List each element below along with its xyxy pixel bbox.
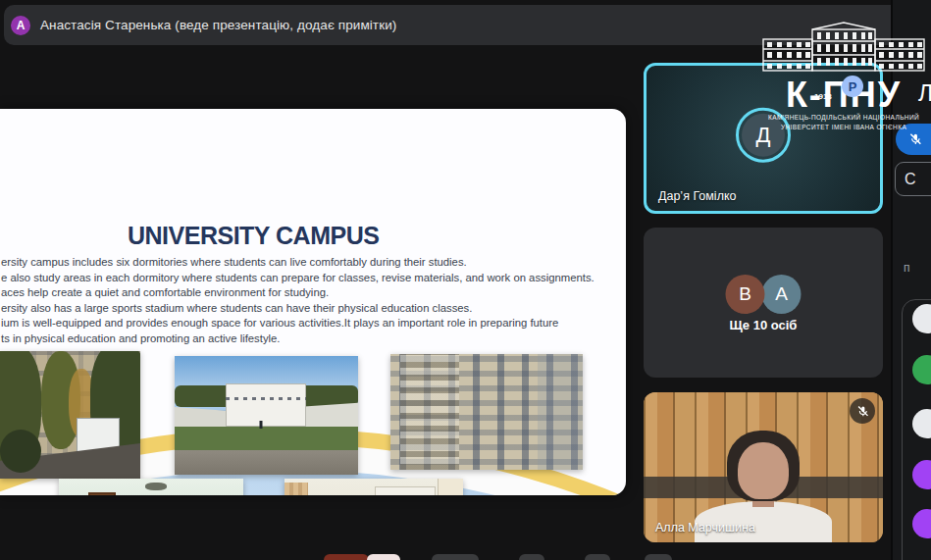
more-participants-tile[interactable]: В А Ще 10 осіб xyxy=(644,228,883,378)
participant-avatar: А xyxy=(762,275,802,314)
slide-body-line: ersity campus includes six dormitories w… xyxy=(1,255,595,271)
control-button-sliver[interactable] xyxy=(367,554,400,560)
side-panel-title: Л xyxy=(918,80,931,107)
control-button-sliver[interactable] xyxy=(432,554,479,560)
campus-building-photo xyxy=(0,351,140,479)
kitchen-photo xyxy=(284,479,463,495)
slide-title: UNIVERSITY CAMPUS xyxy=(128,222,324,250)
control-button-sliver[interactable] xyxy=(585,554,610,560)
slide-body-line: aces help create a quiet and comfortable… xyxy=(1,285,595,301)
panel-search-text: С xyxy=(905,171,916,188)
speaking-ring: Д xyxy=(736,108,791,163)
slide-body-line: ium is well-equipped and provides enough… xyxy=(1,316,595,331)
slide-body-text: ersity campus includes six dormitories w… xyxy=(1,255,595,347)
control-button-sliver[interactable] xyxy=(519,554,544,560)
participant-avatar: В xyxy=(726,275,765,314)
presenter-banner-text: Анастасія Старенька (веде презентацію, д… xyxy=(40,18,396,32)
participant-name: Дар’я Гомілко xyxy=(658,189,737,203)
slide-body-line: ersity also has a large sports stadium w… xyxy=(1,301,595,317)
stadium-photo xyxy=(175,356,358,475)
dormitory-photo xyxy=(390,354,583,470)
presenter-avatar: А xyxy=(11,16,30,35)
slide-body-line: e also study areas in each dormitory whe… xyxy=(1,271,595,286)
participant-name: Алла Марчишина xyxy=(655,521,755,535)
dorm-room-photo xyxy=(59,479,243,495)
meet-call-window: А Анастасія Старенька (веде презентацію,… xyxy=(0,0,931,560)
participant-tile-alla[interactable]: Алла Марчишина xyxy=(644,392,883,542)
control-button-sliver[interactable] xyxy=(645,554,672,560)
slide-body-line: ts in physical education and promoting a… xyxy=(1,331,595,347)
more-participants-label: Ще 10 осіб xyxy=(644,318,883,332)
panel-search-field[interactable]: С xyxy=(895,162,931,196)
reaction-badge: P xyxy=(842,76,863,97)
participant-avatar: Д xyxy=(742,114,785,157)
mic-muted-icon xyxy=(850,398,875,424)
presentation-slide: UNIVERSITY CAMPUS ersity campus includes… xyxy=(0,109,626,495)
stop-presenting-button-sliver[interactable] xyxy=(324,554,369,560)
presenter-banner: А Анастасія Старенька (веде презентацію,… xyxy=(4,5,927,45)
mute-all-button[interactable] xyxy=(896,124,931,155)
panel-section-label: п xyxy=(904,261,910,275)
